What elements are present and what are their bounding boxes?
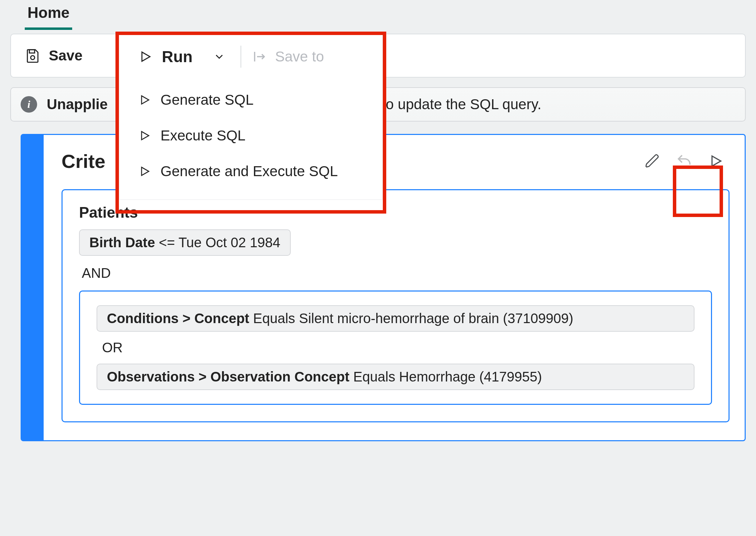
- save-button-label: Save: [49, 47, 82, 64]
- rule-field: Observations > Observation Concept: [107, 369, 349, 384]
- menu-item-label: Generate SQL: [160, 92, 254, 108]
- undo-button: [675, 151, 694, 171]
- play-icon: [138, 50, 152, 64]
- banner-text-prefix: Unapplie: [47, 96, 108, 113]
- play-icon: [708, 153, 723, 169]
- criteria-rule-observation[interactable]: Observations > Observation Concept Equal…: [97, 364, 694, 390]
- card-accent-stripe: [22, 135, 44, 440]
- play-icon: [138, 129, 151, 142]
- edit-button[interactable]: [643, 151, 662, 171]
- save-to-button: Save to: [252, 48, 324, 65]
- toolbar-divider: [241, 46, 241, 68]
- banner-text-suffix: L to update the SQL query.: [370, 96, 541, 113]
- criteria-rule-birthdate[interactable]: Birth Date <= Tue Oct 02 1984: [79, 229, 291, 256]
- run-button[interactable]: Run: [119, 47, 225, 66]
- undo-icon: [676, 152, 693, 170]
- criteria-rule-condition[interactable]: Conditions > Concept Equals Silent micro…: [97, 305, 694, 332]
- app-root: Home Save i Unapplie L to update the SQL…: [0, 0, 756, 536]
- info-icon: i: [21, 96, 37, 113]
- or-operator: OR: [102, 340, 694, 355]
- menu-item-generate-sql[interactable]: Generate SQL: [119, 82, 382, 118]
- rule-value: Hemorrhage (4179955): [399, 369, 542, 384]
- save-to-icon: [252, 49, 267, 64]
- save-button[interactable]: Save: [11, 34, 96, 77]
- play-icon: [138, 165, 151, 178]
- svg-rect-0: [29, 50, 34, 53]
- save-icon: [25, 48, 41, 64]
- card-actions: [643, 151, 730, 171]
- criteria-group: Patients Birth Date <= Tue Oct 02 1984 A…: [62, 189, 730, 422]
- and-operator: AND: [82, 265, 712, 281]
- menu-item-execute-sql[interactable]: Execute SQL: [119, 118, 382, 153]
- run-button-label: Run: [162, 47, 192, 66]
- run-split-button[interactable]: Run Save to: [119, 34, 382, 79]
- run-menu: Generate SQL Execute SQL Generate and Ex…: [119, 79, 382, 199]
- menu-item-label: Execute SQL: [160, 127, 245, 144]
- rule-field: Conditions > Concept: [107, 311, 249, 326]
- card-title: Crite: [62, 150, 105, 172]
- run-dropdown: Run Save to Generate SQL: [119, 34, 383, 200]
- tab-bar: Home: [0, 0, 756, 34]
- menu-item-label: Generate and Execute SQL: [160, 163, 338, 180]
- tab-home[interactable]: Home: [25, 4, 72, 30]
- rule-value: Silent micro-hemorrhage of brain (371099…: [299, 311, 573, 326]
- chevron-down-icon[interactable]: [213, 50, 225, 63]
- rule-op: Equals: [353, 369, 395, 384]
- rule-op: Equals: [253, 311, 295, 326]
- criteria-subgroup: Conditions > Concept Equals Silent micro…: [79, 290, 712, 405]
- save-to-button-label: Save to: [275, 48, 324, 65]
- menu-item-generate-and-execute-sql[interactable]: Generate and Execute SQL: [119, 153, 382, 189]
- rule-field: Birth Date: [89, 235, 155, 250]
- rule-op: <=: [159, 235, 175, 250]
- run-criteria-button[interactable]: [706, 151, 725, 171]
- svg-point-1: [31, 56, 35, 60]
- pencil-icon: [645, 153, 660, 169]
- play-icon: [138, 94, 151, 106]
- rule-value: Tue Oct 02 1984: [178, 235, 280, 250]
- criteria-section-title: Patients: [79, 204, 712, 221]
